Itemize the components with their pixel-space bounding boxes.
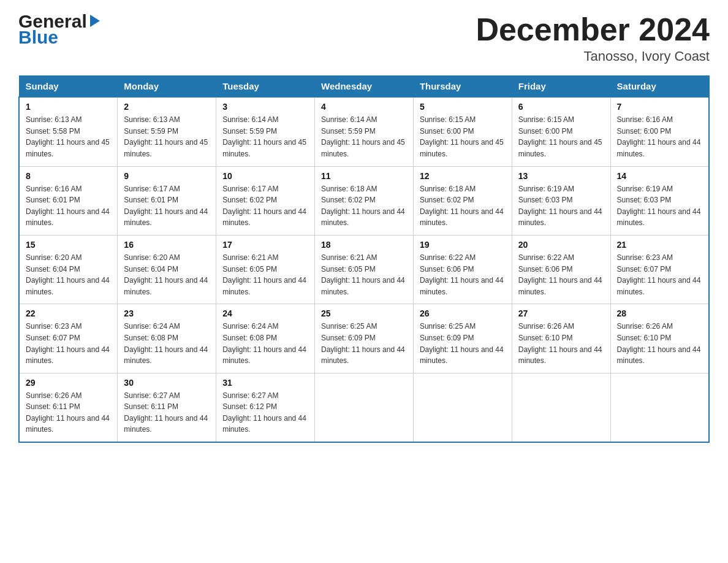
logo-blue-text: Blue [18, 28, 100, 47]
day-number: 10 [222, 171, 308, 181]
calendar-cell: 20 Sunrise: 6:22 AMSunset: 6:06 PMDaylig… [512, 235, 610, 304]
weekday-header-monday: Monday [118, 76, 216, 98]
calendar-week-row: 22 Sunrise: 6:23 AMSunset: 6:07 PMDaylig… [19, 304, 709, 373]
day-info: Sunrise: 6:15 AMSunset: 6:00 PMDaylight:… [420, 115, 504, 158]
logo: General Blue [18, 12, 100, 47]
day-number: 13 [518, 171, 604, 181]
calendar-cell [315, 373, 414, 442]
calendar-cell: 11 Sunrise: 6:18 AMSunset: 6:02 PMDaylig… [315, 166, 414, 235]
day-number: 6 [518, 102, 604, 112]
calendar-cell: 15 Sunrise: 6:20 AMSunset: 6:04 PMDaylig… [19, 235, 118, 304]
calendar-cell: 24 Sunrise: 6:24 AMSunset: 6:08 PMDaylig… [216, 304, 315, 373]
day-number: 2 [124, 102, 210, 112]
day-number: 11 [321, 171, 407, 181]
calendar-cell: 4 Sunrise: 6:14 AMSunset: 5:59 PMDayligh… [315, 97, 414, 166]
calendar-cell [610, 373, 709, 442]
calendar-cell: 29 Sunrise: 6:26 AMSunset: 6:11 PMDaylig… [19, 373, 118, 442]
day-number: 16 [124, 240, 210, 250]
day-info: Sunrise: 6:17 AMSunset: 6:02 PMDaylight:… [222, 185, 306, 228]
calendar-cell: 10 Sunrise: 6:17 AMSunset: 6:02 PMDaylig… [216, 166, 315, 235]
day-info: Sunrise: 6:21 AMSunset: 6:05 PMDaylight:… [321, 253, 405, 296]
day-number: 22 [26, 308, 111, 318]
day-number: 9 [124, 171, 210, 181]
day-number: 26 [420, 308, 506, 318]
day-info: Sunrise: 6:24 AMSunset: 6:08 PMDaylight:… [124, 322, 208, 365]
calendar-cell: 30 Sunrise: 6:27 AMSunset: 6:11 PMDaylig… [118, 373, 216, 442]
day-info: Sunrise: 6:24 AMSunset: 6:08 PMDaylight:… [222, 322, 306, 365]
day-info: Sunrise: 6:19 AMSunset: 6:03 PMDaylight:… [617, 185, 701, 228]
calendar-header: SundayMondayTuesdayWednesdayThursdayFrid… [19, 76, 709, 98]
weekday-header-saturday: Saturday [610, 76, 709, 98]
day-info: Sunrise: 6:19 AMSunset: 6:03 PMDaylight:… [518, 185, 602, 228]
calendar-cell: 7 Sunrise: 6:16 AMSunset: 6:00 PMDayligh… [610, 97, 709, 166]
calendar-week-row: 29 Sunrise: 6:26 AMSunset: 6:11 PMDaylig… [19, 373, 709, 442]
weekday-header-tuesday: Tuesday [216, 76, 315, 98]
weekday-header-wednesday: Wednesday [315, 76, 414, 98]
day-info: Sunrise: 6:16 AMSunset: 6:01 PMDaylight:… [26, 185, 110, 228]
day-info: Sunrise: 6:22 AMSunset: 6:06 PMDaylight:… [420, 253, 504, 296]
calendar-cell: 23 Sunrise: 6:24 AMSunset: 6:08 PMDaylig… [118, 304, 216, 373]
calendar-cell: 21 Sunrise: 6:23 AMSunset: 6:07 PMDaylig… [610, 235, 709, 304]
day-info: Sunrise: 6:21 AMSunset: 6:05 PMDaylight:… [222, 253, 306, 296]
day-number: 18 [321, 240, 407, 250]
day-number: 30 [124, 378, 210, 388]
day-number: 29 [26, 378, 111, 388]
day-number: 28 [617, 308, 702, 318]
calendar-cell: 5 Sunrise: 6:15 AMSunset: 6:00 PMDayligh… [413, 97, 512, 166]
day-number: 27 [518, 308, 604, 318]
day-number: 25 [321, 308, 407, 318]
day-info: Sunrise: 6:16 AMSunset: 6:00 PMDaylight:… [617, 115, 701, 158]
day-info: Sunrise: 6:18 AMSunset: 6:02 PMDaylight:… [420, 185, 504, 228]
day-info: Sunrise: 6:13 AMSunset: 5:58 PMDaylight:… [26, 115, 110, 158]
day-number: 4 [321, 102, 407, 112]
day-number: 12 [420, 171, 506, 181]
day-info: Sunrise: 6:23 AMSunset: 6:07 PMDaylight:… [26, 322, 110, 365]
title-block: December 2024 Tanosso, Ivory Coast [476, 12, 710, 64]
weekday-header-thursday: Thursday [413, 76, 512, 98]
calendar-cell: 28 Sunrise: 6:26 AMSunset: 6:10 PMDaylig… [610, 304, 709, 373]
day-info: Sunrise: 6:15 AMSunset: 6:00 PMDaylight:… [518, 115, 602, 158]
calendar-cell: 19 Sunrise: 6:22 AMSunset: 6:06 PMDaylig… [413, 235, 512, 304]
calendar-cell: 31 Sunrise: 6:27 AMSunset: 6:12 PMDaylig… [216, 373, 315, 442]
calendar-cell [512, 373, 610, 442]
calendar-week-row: 1 Sunrise: 6:13 AMSunset: 5:58 PMDayligh… [19, 97, 709, 166]
day-number: 5 [420, 102, 506, 112]
day-info: Sunrise: 6:23 AMSunset: 6:07 PMDaylight:… [617, 253, 701, 296]
month-title: December 2024 [476, 12, 710, 47]
location-subtitle: Tanosso, Ivory Coast [476, 48, 710, 64]
calendar-cell: 2 Sunrise: 6:13 AMSunset: 5:59 PMDayligh… [118, 97, 216, 166]
day-number: 14 [617, 171, 702, 181]
day-info: Sunrise: 6:13 AMSunset: 5:59 PMDaylight:… [124, 115, 208, 158]
day-number: 19 [420, 240, 506, 250]
day-info: Sunrise: 6:26 AMSunset: 6:11 PMDaylight:… [26, 391, 110, 434]
calendar-cell: 26 Sunrise: 6:25 AMSunset: 6:09 PMDaylig… [413, 304, 512, 373]
day-info: Sunrise: 6:25 AMSunset: 6:09 PMDaylight:… [321, 322, 405, 365]
calendar-cell [413, 373, 512, 442]
day-number: 24 [222, 308, 308, 318]
calendar-cell: 12 Sunrise: 6:18 AMSunset: 6:02 PMDaylig… [413, 166, 512, 235]
weekday-header-sunday: Sunday [19, 76, 118, 98]
calendar-cell: 18 Sunrise: 6:21 AMSunset: 6:05 PMDaylig… [315, 235, 414, 304]
calendar-cell: 22 Sunrise: 6:23 AMSunset: 6:07 PMDaylig… [19, 304, 118, 373]
calendar-cell: 14 Sunrise: 6:19 AMSunset: 6:03 PMDaylig… [610, 166, 709, 235]
logo-triangle-icon [90, 15, 100, 27]
calendar-cell: 25 Sunrise: 6:25 AMSunset: 6:09 PMDaylig… [315, 304, 414, 373]
calendar-cell: 17 Sunrise: 6:21 AMSunset: 6:05 PMDaylig… [216, 235, 315, 304]
day-info: Sunrise: 6:26 AMSunset: 6:10 PMDaylight:… [518, 322, 602, 365]
day-info: Sunrise: 6:27 AMSunset: 6:12 PMDaylight:… [222, 391, 306, 434]
calendar-cell: 3 Sunrise: 6:14 AMSunset: 5:59 PMDayligh… [216, 97, 315, 166]
day-info: Sunrise: 6:18 AMSunset: 6:02 PMDaylight:… [321, 185, 405, 228]
day-number: 31 [222, 378, 308, 388]
calendar-week-row: 15 Sunrise: 6:20 AMSunset: 6:04 PMDaylig… [19, 235, 709, 304]
calendar-week-row: 8 Sunrise: 6:16 AMSunset: 6:01 PMDayligh… [19, 166, 709, 235]
day-number: 1 [26, 102, 111, 112]
day-number: 20 [518, 240, 604, 250]
calendar-cell: 13 Sunrise: 6:19 AMSunset: 6:03 PMDaylig… [512, 166, 610, 235]
day-info: Sunrise: 6:25 AMSunset: 6:09 PMDaylight:… [420, 322, 504, 365]
day-number: 15 [26, 240, 111, 250]
day-info: Sunrise: 6:22 AMSunset: 6:06 PMDaylight:… [518, 253, 602, 296]
day-info: Sunrise: 6:14 AMSunset: 5:59 PMDaylight:… [222, 115, 306, 158]
day-number: 23 [124, 308, 210, 318]
day-info: Sunrise: 6:20 AMSunset: 6:04 PMDaylight:… [26, 253, 110, 296]
day-info: Sunrise: 6:14 AMSunset: 5:59 PMDaylight:… [321, 115, 405, 158]
